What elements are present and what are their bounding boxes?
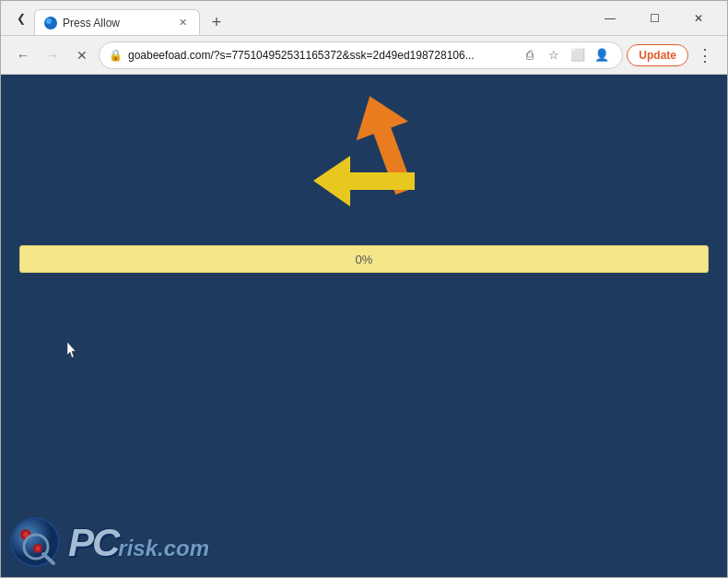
tab-area: Press Allow ✕ + bbox=[34, 1, 581, 35]
close-button[interactable]: ✕ bbox=[677, 5, 720, 32]
progress-bar: 0% bbox=[19, 245, 709, 273]
tab-title: Press Allow bbox=[63, 17, 120, 29]
svg-marker-1 bbox=[313, 156, 415, 206]
page-content: 0% bbox=[1, 75, 727, 577]
update-button[interactable]: Update bbox=[627, 44, 688, 66]
sidebar-icon-button[interactable]: ⬜ bbox=[567, 44, 589, 66]
svg-marker-2 bbox=[67, 342, 76, 358]
tab-list-chevron[interactable]: ❮ bbox=[8, 6, 34, 31]
mouse-cursor-icon bbox=[67, 342, 78, 359]
tab-close-button[interactable]: ✕ bbox=[175, 16, 190, 30]
back-button[interactable]: ← bbox=[10, 42, 36, 68]
window-controls: — ☐ ✕ bbox=[589, 5, 720, 32]
address-actions: ⎙ ☆ ⬜ 👤 bbox=[519, 44, 613, 66]
svg-point-8 bbox=[36, 547, 41, 551]
profile-icon-button[interactable]: 👤 bbox=[591, 44, 613, 66]
minimize-button[interactable]: — bbox=[589, 5, 631, 32]
title-bar: ❮ Press Allow ✕ + — ☐ ✕ bbox=[1, 1, 727, 36]
share-icon-button[interactable]: ⎙ bbox=[519, 44, 541, 66]
yellow-arrow-icon bbox=[313, 156, 415, 206]
address-bar[interactable]: 🔒 goabeefoad.com/?s=775104952531165372&s… bbox=[99, 41, 623, 69]
progress-text: 0% bbox=[356, 253, 373, 266]
arrows-container bbox=[309, 102, 419, 222]
pcrisk-logo: PCrisk.com bbox=[10, 517, 209, 568]
browser-menu-button[interactable]: ⋮ bbox=[692, 42, 718, 68]
browser-frame: ❮ Press Allow ✕ + — ☐ ✕ ← → ✕ 🔒 goabeefo… bbox=[0, 0, 728, 578]
url-text: goabeefoad.com/?s=775104952531165372&ssk… bbox=[128, 49, 513, 62]
tab-favicon-icon bbox=[44, 17, 57, 29]
navigation-bar: ← → ✕ 🔒 goabeefoad.com/?s=77510495253116… bbox=[1, 36, 727, 75]
pcrisk-ball-icon bbox=[10, 517, 61, 568]
pcrisk-text: PCrisk.com bbox=[68, 521, 209, 565]
active-tab[interactable]: Press Allow ✕ bbox=[34, 9, 200, 35]
reload-button[interactable]: ✕ bbox=[69, 42, 95, 68]
progress-container: 0% bbox=[19, 245, 709, 273]
forward-button[interactable]: → bbox=[40, 42, 65, 68]
new-tab-button[interactable]: + bbox=[204, 9, 229, 35]
bookmark-icon-button[interactable]: ☆ bbox=[543, 44, 565, 66]
lock-icon: 🔒 bbox=[109, 49, 123, 62]
maximize-button[interactable]: ☐ bbox=[633, 5, 675, 32]
